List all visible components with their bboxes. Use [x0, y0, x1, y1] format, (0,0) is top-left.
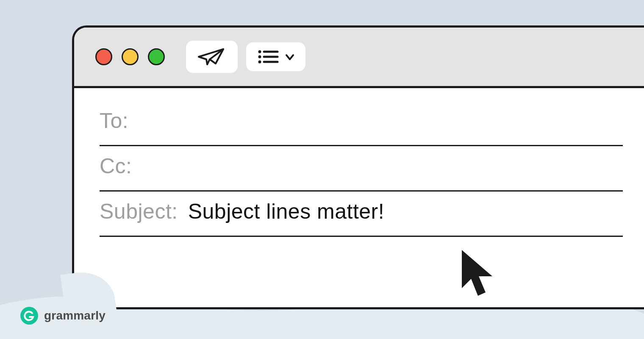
brand-name: grammarly: [44, 309, 105, 322]
svg-point-2: [258, 61, 261, 64]
subject-value: Subject lines matter!: [188, 199, 384, 224]
cc-label: Cc:: [100, 154, 132, 178]
format-dropdown[interactable]: [246, 42, 305, 71]
canvas: To: Cc: Subject: Subject lines matter!: [0, 0, 644, 339]
svg-point-0: [258, 50, 261, 53]
svg-point-1: [258, 56, 261, 58]
traffic-lights: [95, 48, 165, 65]
brand-badge-icon: [20, 307, 38, 325]
compose-window: To: Cc: Subject: Subject lines matter!: [72, 25, 644, 309]
subject-field[interactable]: Subject: Subject lines matter!: [100, 192, 623, 237]
chevron-down-icon: [285, 48, 294, 65]
header-fields: To: Cc: Subject: Subject lines matter!: [74, 88, 644, 237]
send-button[interactable]: [186, 41, 238, 73]
close-button[interactable]: [95, 48, 112, 65]
titlebar: [74, 28, 644, 88]
to-field[interactable]: To:: [100, 101, 623, 146]
to-label: To:: [100, 108, 128, 133]
paper-plane-icon: [197, 47, 227, 67]
subject-label: Subject:: [100, 199, 178, 224]
zoom-button[interactable]: [148, 48, 165, 65]
cursor-icon: [453, 246, 500, 303]
cc-field[interactable]: Cc:: [100, 146, 623, 192]
list-icon: [257, 48, 279, 65]
minimize-button[interactable]: [122, 48, 139, 65]
brand: grammarly: [20, 307, 105, 325]
